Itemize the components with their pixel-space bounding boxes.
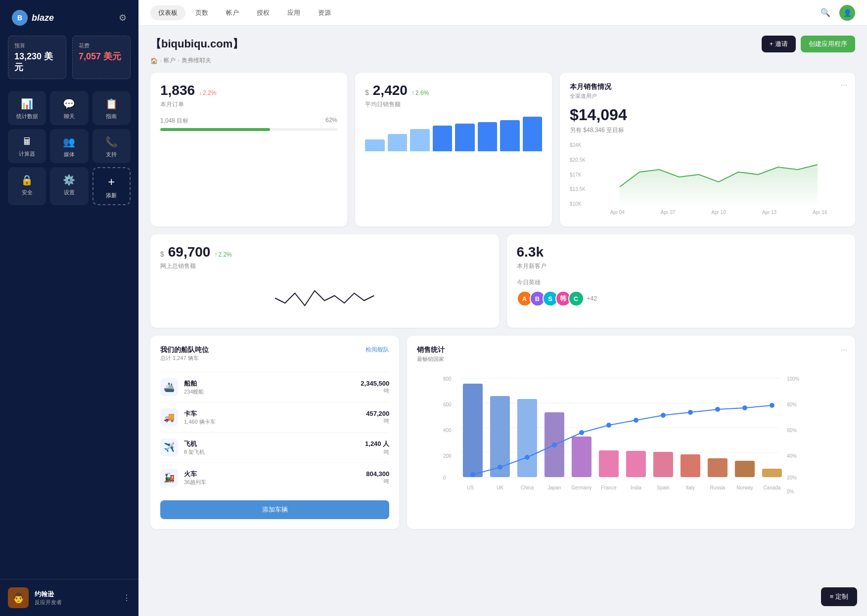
hero-5: C [568, 291, 584, 307]
sales-stats-more-btn[interactable]: ... [841, 344, 847, 352]
ship-info: 船舶 234艘船 [184, 379, 355, 396]
sales-chart-container: 800 600 400 200 0 [417, 371, 845, 499]
monthly-subtitle: 全渠道用户 [570, 92, 845, 100]
truck-name: 卡车 [184, 409, 360, 418]
sidebar-item-stats[interactable]: 📊 统计数据 [8, 91, 46, 125]
total-prefix: $ [160, 250, 164, 258]
ship-sub: 234艘船 [184, 388, 355, 396]
logo-icon: B [12, 10, 28, 26]
plane-amount: 1,240 人 [365, 440, 389, 448]
heroes-count: +42 [587, 295, 597, 302]
sidebar-item-calculator[interactable]: 🖩 计算器 [8, 129, 46, 163]
truck-sub: 1,460 辆卡车 [184, 418, 360, 426]
sidebar-footer: 👨 约翰逊 反应开发者 ⋮ [0, 579, 138, 616]
sidebar-grid: 📊 统计数据 💬 聊天 📋 指南 🖩 计算器 👥 媒体 📞 支持 🔒 安全 ⚙ [0, 87, 138, 209]
customize-button[interactable]: ≡ 定制 [821, 587, 857, 606]
sidebar-item-add[interactable]: + 添新 [92, 167, 131, 205]
monthly-sub: 另有 $48,346 至目标 [570, 126, 845, 134]
sidebar-item-guide[interactable]: 📋 指南 [92, 91, 131, 125]
total-change: ↑ 2.2% [214, 251, 231, 258]
sidebar-item-chat[interactable]: 💬 聊天 [50, 91, 88, 125]
sidebar-item-settings[interactable]: ⚙️ 设置 [50, 167, 88, 205]
tab-accounts[interactable]: 帐户 [218, 5, 247, 20]
train-sub: 36趟列车 [184, 479, 360, 486]
svg-text:Canada: Canada [764, 485, 781, 490]
breadcrumb: 🏠 › 帐户 › 奥弗维耶夫 [150, 56, 855, 65]
truck-amount: 457,200 [366, 410, 389, 417]
page-content: 【biqubiqu.com】 + 邀请 创建应用程序 🏠 › 帐户 › 奥弗维耶… [138, 26, 867, 616]
heroes-label: 今日英雄 [517, 278, 846, 287]
user-more-icon[interactable]: ⋮ [123, 593, 131, 603]
add-label: 添新 [106, 192, 117, 199]
budget-value: 13,230 美元 [14, 51, 60, 73]
logo-text: blaze [32, 13, 54, 23]
svg-rect-10 [463, 384, 483, 477]
customers-label: 本月新客户 [517, 262, 846, 270]
invite-button[interactable]: + 邀请 [762, 36, 796, 52]
fleet-link[interactable]: 检阅舰队 [365, 346, 389, 354]
truck-info: 卡车 1,460 辆卡车 [184, 409, 360, 426]
plane-sub: 8 架飞机 [184, 448, 359, 456]
plane-value: 1,240 人 吨 [365, 440, 389, 456]
ship-icon: 🚢 [160, 378, 178, 396]
svg-point-33 [770, 403, 775, 408]
create-button[interactable]: 创建应用程序 [801, 36, 855, 52]
svg-point-31 [715, 407, 720, 412]
tab-pages[interactable]: 页数 [187, 5, 216, 20]
truck-unit: 吨 [366, 417, 389, 425]
search-button[interactable]: 🔍 [818, 5, 833, 21]
plane-info: 飞机 8 架飞机 [184, 440, 359, 456]
monthly-more-btn[interactable]: ··· [841, 81, 847, 89]
svg-text:Japan: Japan [548, 485, 561, 490]
train-unit: 吨 [366, 478, 389, 485]
sales-chart-svg: 800 600 400 200 0 [417, 371, 845, 499]
svg-text:100%: 100% [787, 376, 800, 382]
orders-top: 1,836 ↓ 2.2% [160, 83, 337, 98]
settings-icon[interactable]: ⚙ [119, 12, 127, 23]
breadcrumb-accounts: 帐户 [164, 56, 176, 65]
svg-text:20%: 20% [787, 475, 797, 481]
sidebar-item-security[interactable]: 🔒 安全 [8, 167, 46, 205]
budget-label: 预算 [14, 42, 60, 49]
train-value: 804,300 吨 [366, 470, 389, 485]
chat-icon: 💬 [63, 98, 75, 110]
bar-4 [433, 126, 453, 152]
tab-dashboard[interactable]: 仪表板 [150, 5, 185, 20]
guide-icon: 📋 [105, 98, 118, 110]
fleet-item-ship: 🚢 船舶 234艘船 2,345,500 吨 [160, 372, 389, 402]
svg-text:Russia: Russia [710, 485, 726, 490]
sidebar-logo: B blaze [12, 10, 54, 26]
stats-icon: 📊 [21, 98, 33, 110]
fleet-item-plane: ✈️ 飞机 8 架飞机 1,240 人 吨 [160, 432, 389, 462]
svg-point-27 [606, 423, 611, 428]
settings-nav-icon: ⚙️ [63, 174, 75, 186]
sidebar-item-support[interactable]: 📞 支持 [92, 129, 131, 163]
nav-user-avatar[interactable]: 👤 [839, 5, 855, 21]
total-line-chart [160, 278, 489, 318]
top-nav: 仪表板 页数 帐户 授权 应用 资源 🔍 👤 [138, 0, 867, 26]
ship-unit: 吨 [361, 387, 389, 395]
orders-card: 1,836 ↓ 2.2% 本月订单 1,048 目标 62% [150, 73, 347, 226]
calculator-label: 计算器 [19, 150, 35, 158]
heroes-section: 今日英雄 A B S 韩 C +42 [517, 278, 846, 307]
main-content: 仪表板 页数 帐户 授权 应用 资源 🔍 👤 【biqubiqu.com】 + … [138, 0, 867, 616]
sales-stats-subtitle: 最畅销国家 [417, 355, 845, 363]
fleet-title: 我们的船队吨位 [160, 346, 209, 354]
tab-auth[interactable]: 授权 [249, 5, 277, 20]
svg-point-30 [688, 410, 693, 415]
svg-rect-21 [762, 469, 782, 477]
fleet-item-truck: 🚚 卡车 1,460 辆卡车 457,200 吨 [160, 402, 389, 432]
tab-apps[interactable]: 应用 [279, 5, 308, 20]
add-vehicle-button[interactable]: 添加车辆 [160, 500, 389, 519]
monthly-chart: $24K $20.5K $17K $13.5K $10K [570, 142, 845, 217]
truck-icon: 🚚 [160, 408, 178, 426]
svg-point-23 [498, 465, 502, 470]
svg-text:Spain: Spain [657, 485, 670, 490]
sidebar-item-media[interactable]: 👥 媒体 [50, 129, 88, 163]
orders-change: ↓ 2.2% [199, 89, 216, 96]
progress-labels: 1,048 目标 62% [160, 117, 337, 125]
user-info: 约翰逊 反应开发者 [35, 590, 117, 606]
avg-daily-top: $ 2,420 ↑ 2.6% [365, 83, 542, 98]
avg-label: 平均日销售额 [365, 100, 542, 109]
tab-resources[interactable]: 资源 [310, 5, 339, 20]
